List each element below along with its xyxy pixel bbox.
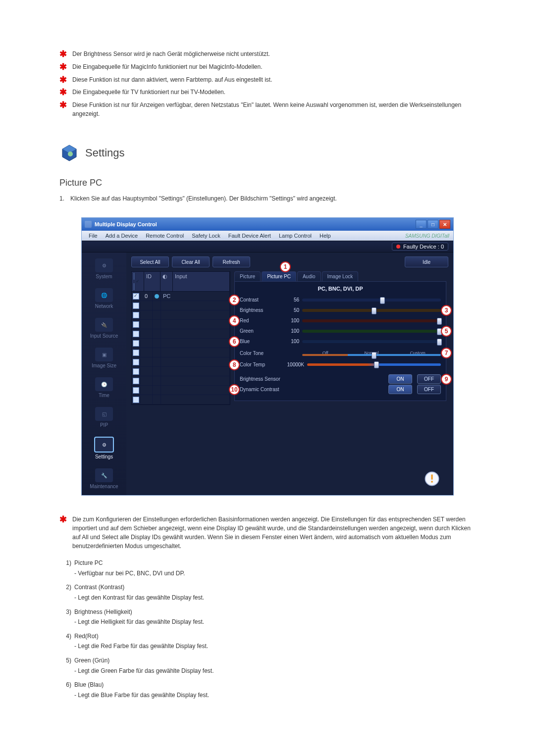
menu-remote-control[interactable]: Remote Control — [143, 232, 187, 240]
star-bullet-list: ✱Der Brightness Sensor wird je nach Gerä… — [59, 50, 476, 118]
refresh-button[interactable]: Refresh — [213, 256, 250, 267]
app-icon — [85, 221, 92, 228]
row-checkbox[interactable] — [133, 302, 139, 309]
warning-icon — [424, 470, 440, 487]
brand-label: SAMSUNG DIGITall — [405, 233, 449, 239]
sidebar-label: Maintenance — [90, 484, 118, 489]
sidebar-item-network[interactable]: 🌐Network — [87, 288, 121, 309]
sidebar-item-settings[interactable]: ⚙Settings — [87, 437, 121, 459]
ordered-list: 1)Picture PC - Verfügbar nur bei PC, BNC… — [59, 558, 476, 700]
close-button[interactable]: ✕ — [439, 220, 450, 229]
sidebar-item-maintenance[interactable]: 🔧Maintenance — [87, 468, 121, 489]
menu-fault-device-alert[interactable]: Fault Device Alert — [225, 232, 274, 240]
sidebar-item-system[interactable]: ⚙System — [87, 258, 121, 279]
ol-sub: - Legt die Green Farbe für das gewählte … — [59, 666, 476, 676]
sidebar-item-image-size[interactable]: ▣Image Size — [87, 348, 121, 368]
row-checkbox[interactable] — [133, 378, 139, 384]
menu-add-device[interactable]: Add a Device — [103, 232, 141, 240]
ol-title: Contrast (Kontrast) — [74, 583, 124, 592]
contrast-label: Contrast — [240, 297, 280, 302]
callout-9: 9 — [441, 374, 452, 385]
row-checkbox[interactable] — [133, 293, 139, 300]
callout-3: 3 — [441, 305, 452, 316]
tab-audio[interactable]: Audio — [297, 271, 321, 281]
red-dot-icon — [396, 245, 400, 249]
tab-picture[interactable]: Picture — [234, 271, 261, 281]
ol-sub: - Legt die Helligkeit für das gewählte D… — [59, 617, 476, 627]
idle-button[interactable]: Idle — [405, 256, 448, 267]
bullet-text: Diese Funktion ist nur für Anzeigen verf… — [72, 101, 476, 118]
image-size-icon: ▣ — [95, 348, 113, 361]
blue-value: 100 — [280, 339, 302, 344]
sidebar-label: Input Source — [90, 333, 118, 339]
color-tone-label: Color Tone — [240, 351, 280, 356]
menu-file[interactable]: File — [86, 232, 101, 240]
row-checkbox[interactable] — [133, 387, 139, 394]
bullet-text: Diese Funktion ist nur dann aktiviert, w… — [72, 75, 476, 84]
input-source-icon: 🔌 — [95, 318, 113, 332]
ol-title: Brightness (Helligkeit) — [74, 607, 132, 617]
bullet-text: Die Eingabequelle für TV funktioniert nu… — [72, 88, 476, 97]
header-checkbox[interactable] — [132, 272, 144, 291]
brightness-slider[interactable] — [302, 309, 441, 312]
ol-num: 5) — [59, 656, 74, 665]
sidebar-label: PIP — [100, 422, 108, 428]
sidebar-label: Settings — [95, 454, 113, 459]
maximize-button[interactable]: □ — [428, 220, 438, 229]
sidebar: ⚙System 🌐Network 🔌Input Source ▣Image Si… — [82, 252, 126, 495]
subsection-heading: Picture PC — [59, 178, 476, 188]
dynamic-contrast-off[interactable]: OFF — [417, 385, 441, 394]
ol-title: Blue (Blau) — [74, 680, 104, 690]
tab-image-lock[interactable]: Image Lock — [322, 271, 359, 281]
table-row[interactable]: 0 PC — [132, 292, 230, 301]
select-all-button[interactable]: Select All — [131, 256, 169, 267]
sidebar-item-input-source[interactable]: 🔌Input Source — [87, 318, 121, 339]
row-checkbox[interactable] — [133, 368, 139, 375]
sidebar-item-time[interactable]: 🕒Time — [87, 377, 121, 398]
color-temp-slider[interactable] — [307, 363, 441, 366]
row-checkbox[interactable] — [133, 312, 139, 318]
menu-lamp-control[interactable]: Lamp Control — [276, 232, 315, 240]
row-checkbox[interactable] — [133, 359, 139, 365]
sidebar-label: Network — [95, 303, 113, 309]
color-temp-label: Color Temp — [240, 362, 280, 367]
sidebar-item-pip[interactable]: ◱PIP — [87, 407, 121, 428]
system-icon: ⚙ — [95, 258, 113, 272]
callout-2: 2 — [229, 295, 240, 305]
ol-sub: - Legt die Blue Farbe für das gewählte D… — [59, 691, 476, 700]
sidebar-label: Image Size — [92, 363, 116, 368]
brightness-sensor-off[interactable]: OFF — [417, 374, 441, 384]
brightness-sensor-on[interactable]: ON — [388, 374, 412, 384]
settings-cube-icon — [59, 143, 79, 163]
header-id: ID — [144, 272, 160, 291]
menu-safety-lock[interactable]: Safety Lock — [189, 232, 223, 240]
blue-slider[interactable] — [302, 340, 441, 343]
clear-all-button[interactable]: Clear All — [172, 256, 210, 267]
red-slider[interactable] — [302, 319, 441, 322]
color-tone-slider[interactable]: Off Normal Custom — [302, 349, 441, 357]
row-checkbox[interactable] — [133, 350, 139, 356]
tab-picture-pc[interactable]: Picture PC — [262, 271, 296, 281]
row-checkbox[interactable] — [133, 340, 139, 347]
panel-title: PC, BNC, DVI, DP — [240, 286, 441, 292]
green-value: 100 — [280, 328, 302, 334]
tab-row: Picture Picture PC Audio Image Lock 1 — [234, 271, 446, 281]
row-checkbox[interactable] — [133, 321, 139, 328]
menu-help[interactable]: Help — [317, 232, 334, 240]
brightness-label: Brightness — [240, 307, 280, 313]
settings-panel: PC, BNC, DVI, DP 2 Contrast 56 Brightnes… — [234, 281, 446, 401]
titlebar: Multiple Display Control _ □ ✕ — [82, 218, 453, 231]
row-checkbox[interactable] — [133, 331, 139, 337]
intro-text: Klicken Sie auf das Hauptsymbol "Setting… — [70, 194, 337, 203]
callout-5: 5 — [441, 326, 452, 337]
contrast-slider[interactable] — [302, 299, 441, 302]
ol-title: Red(Rot) — [74, 632, 99, 641]
green-label: Green — [240, 328, 280, 334]
dynamic-contrast-on[interactable]: ON — [388, 385, 412, 394]
red-value: 100 — [280, 318, 302, 323]
heading-text: Settings — [85, 147, 125, 159]
green-slider[interactable] — [302, 330, 441, 333]
minimize-button[interactable]: _ — [416, 220, 427, 229]
settings-icon: ⚙ — [94, 437, 114, 453]
row-checkbox[interactable] — [133, 397, 139, 403]
